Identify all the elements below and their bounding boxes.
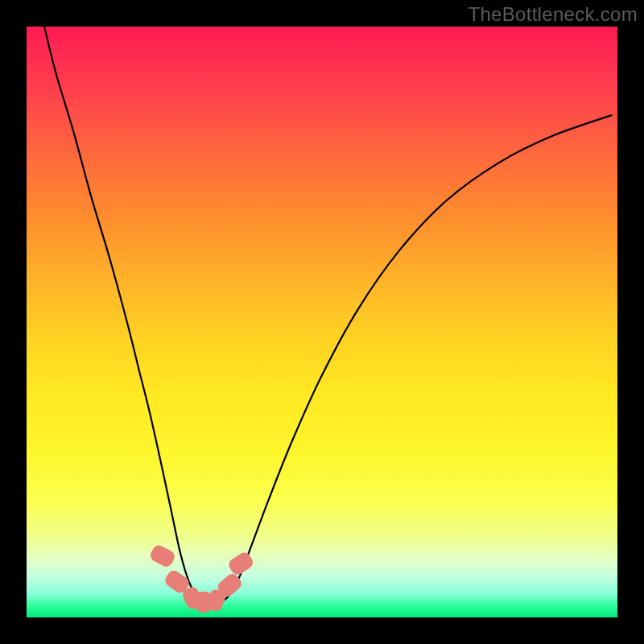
chart-frame: TheBottleneck.com — [0, 0, 644, 644]
curve-svg — [27, 27, 617, 617]
watermark-label: TheBottleneck.com — [468, 3, 638, 26]
plot-area — [27, 27, 617, 617]
bottleneck-curve — [44, 27, 612, 604]
